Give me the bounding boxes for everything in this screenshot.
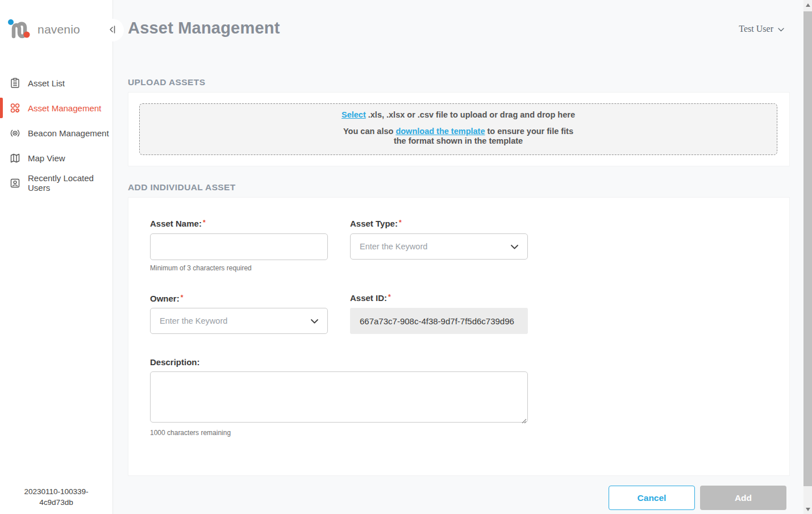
file-dropzone[interactable]: Select .xls, .xlsx or .csv file to uploa… xyxy=(139,103,777,155)
scroll-down-button[interactable] xyxy=(803,504,812,514)
sidebar-collapse-button[interactable] xyxy=(101,19,124,41)
asset-type-placeholder: Enter the Keyword xyxy=(360,242,427,251)
asset-id-value xyxy=(350,308,528,334)
form-actions: Cancel Add xyxy=(609,486,786,510)
scroll-up-icon xyxy=(806,3,810,7)
beacon-icon xyxy=(10,128,20,139)
asset-id-label: Asset ID:* xyxy=(350,293,391,303)
user-badge-icon xyxy=(10,178,20,189)
asset-name-label: Asset Name:* xyxy=(150,219,206,228)
description-textarea[interactable] xyxy=(150,371,528,423)
description-label: Description: xyxy=(150,357,200,367)
brand-name: navenio xyxy=(38,23,80,36)
navenio-logo-icon xyxy=(6,14,35,45)
page-title: Asset Management xyxy=(128,19,280,37)
required-asterisk: * xyxy=(388,293,391,301)
sidebar-item-label: Beacon Management xyxy=(28,128,109,138)
user-menu[interactable]: Test User xyxy=(739,24,784,34)
asset-type-label: Asset Type:* xyxy=(350,219,402,228)
select-file-link[interactable]: Select xyxy=(342,110,366,119)
owner-label: Owner:* xyxy=(150,294,183,303)
dropzone-instruction-text: .xls, .xlsx or .csv file to upload or dr… xyxy=(366,110,575,119)
template-hint-line2: the format shown in the template xyxy=(140,136,777,145)
scroll-down-icon xyxy=(806,508,810,511)
sidebar-item-beacon-management[interactable]: Beacon Management xyxy=(0,120,113,145)
sidebar-item-asset-list[interactable]: Asset List xyxy=(0,70,113,95)
asset-management-page: navenio xyxy=(0,0,812,514)
template-hint-prefix: You can also xyxy=(343,127,395,136)
sidebar-nav: Asset List xyxy=(0,70,113,195)
owner-placeholder: Enter the Keyword xyxy=(160,316,227,325)
sidebar-item-label: Recently Located Users xyxy=(28,173,113,193)
vertical-scrollbar[interactable] xyxy=(803,0,812,514)
cancel-button[interactable]: Cancel xyxy=(609,486,695,510)
scrollbar-thumb[interactable] xyxy=(803,11,812,486)
active-indicator xyxy=(0,98,3,118)
asset-name-helper: Minimum of 3 characters required xyxy=(150,264,252,272)
chevron-down-icon xyxy=(778,24,784,34)
chevron-down-icon xyxy=(311,316,318,326)
scroll-up-button[interactable] xyxy=(803,0,812,10)
sidebar-item-map-view[interactable]: Map View xyxy=(0,145,113,170)
required-asterisk: * xyxy=(203,219,206,227)
dropzone-instruction: Select .xls, .xlsx or .csv file to uploa… xyxy=(140,110,777,119)
sidebar-item-asset-management[interactable]: Asset Management xyxy=(0,95,113,120)
owner-select[interactable]: Enter the Keyword xyxy=(150,308,328,334)
sidebar-item-label: Asset List xyxy=(28,78,65,88)
upload-panel: Select .xls, .xlsx or .csv file to uploa… xyxy=(128,92,790,166)
add-individual-asset-heading: ADD INDIVIDUAL ASSET xyxy=(128,182,236,193)
clipboard-list-icon xyxy=(10,78,20,89)
chevron-down-icon xyxy=(511,241,518,252)
main-content: Asset Management Test User UPLOAD ASSETS… xyxy=(114,0,803,514)
add-asset-form-panel: Asset Name:* Minimum of 3 characters req… xyxy=(128,197,790,476)
user-name: Test User xyxy=(739,24,773,34)
description-helper: 1000 characters remaining xyxy=(150,429,231,437)
template-hint-line1: You can also download the template to en… xyxy=(140,127,777,136)
asset-type-select[interactable]: Enter the Keyword xyxy=(350,233,528,260)
build-version: 20230110-100339-4c9d73db xyxy=(8,486,105,508)
brand-logo: navenio xyxy=(6,14,80,45)
download-template-link[interactable]: download the template xyxy=(395,127,485,136)
sidebar: navenio xyxy=(0,0,113,514)
required-asterisk: * xyxy=(399,219,402,227)
template-hint-suffix: to ensure your file fits xyxy=(485,127,574,136)
asset-management-icon xyxy=(10,103,20,114)
sidebar-item-label: Map View xyxy=(28,153,65,163)
sidebar-item-recently-located-users[interactable]: Recently Located Users xyxy=(0,170,113,195)
sidebar-item-label: Asset Management xyxy=(28,103,101,113)
collapse-sidebar-icon xyxy=(107,24,118,36)
add-button[interactable]: Add xyxy=(700,486,786,510)
asset-name-input[interactable] xyxy=(150,233,328,260)
required-asterisk: * xyxy=(181,294,184,302)
map-icon xyxy=(10,153,20,164)
upload-assets-heading: UPLOAD ASSETS xyxy=(128,77,205,87)
